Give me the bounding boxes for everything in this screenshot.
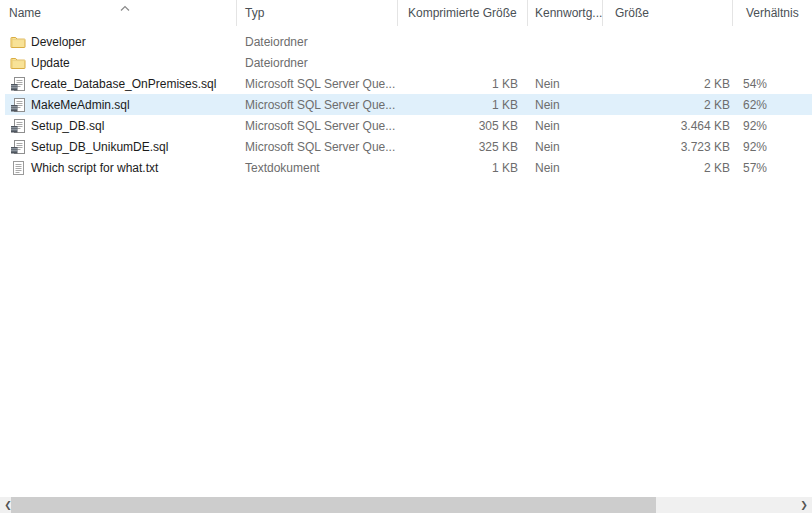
horizontal-scrollbar[interactable]: ❮ ❯ <box>0 497 812 513</box>
scroll-right-arrow-icon[interactable]: ❯ <box>796 497 812 513</box>
column-header-compressed-size-label: Komprimierte Größe <box>408 6 517 20</box>
file-type-cell: Microsoft SQL Server Que... <box>237 94 398 115</box>
column-header-size[interactable]: Größe <box>603 0 733 26</box>
column-header-typ[interactable]: Typ <box>237 0 398 26</box>
size-cell-text: 2 KB <box>704 161 730 175</box>
txt-file-icon <box>10 160 26 176</box>
file-row-Which script for what.txt[interactable]: Which script for what.txtTextdokument1 K… <box>0 157 812 178</box>
password-protected-cell: Nein <box>528 94 603 115</box>
column-header-compressed-size[interactable]: Komprimierte Größe <box>398 0 528 26</box>
file-type-cell-text: Dateiordner <box>245 56 308 70</box>
column-header-name[interactable]: Name <box>0 0 237 26</box>
file-name-label: Setup_DB.sql <box>31 119 104 133</box>
file-type-cell-text: Textdokument <box>245 161 320 175</box>
ratio-cell-text: 62% <box>743 98 767 112</box>
file-row-Update[interactable]: UpdateDateiordner <box>0 52 812 73</box>
size-cell <box>603 31 733 52</box>
file-type-cell: Dateiordner <box>237 31 398 52</box>
file-list: DeveloperDateiordnerUpdateDateiordnerCre… <box>0 31 812 178</box>
compressed-size-cell <box>398 52 528 73</box>
password-protected-cell-text: Nein <box>535 77 560 91</box>
file-type-cell-text: Microsoft SQL Server Que... <box>245 98 395 112</box>
sort-ascending-icon <box>119 1 131 8</box>
password-protected-cell: Nein <box>528 73 603 94</box>
file-row-Setup_DB.sql[interactable]: Setup_DB.sqlMicrosoft SQL Server Que...3… <box>0 115 812 136</box>
compressed-size-cell-text: 1 KB <box>492 77 518 91</box>
horizontal-scrollbar-thumb[interactable] <box>11 497 656 513</box>
password-protected-cell <box>528 31 603 52</box>
ratio-cell: 62% <box>733 94 812 115</box>
size-cell-text: 2 KB <box>704 98 730 112</box>
compressed-size-cell <box>398 31 528 52</box>
ratio-cell: 92% <box>733 115 812 136</box>
file-name-cell: Developer <box>5 31 237 52</box>
file-name-label: MakeMeAdmin.sql <box>31 98 130 112</box>
file-row-Developer[interactable]: DeveloperDateiordner <box>0 31 812 52</box>
ratio-cell-text: 92% <box>743 119 767 133</box>
file-row-MakeMeAdmin.sql[interactable]: MakeMeAdmin.sqlMicrosoft SQL Server Que.… <box>0 94 812 115</box>
compressed-size-cell: 325 KB <box>398 136 528 157</box>
file-type-cell-text: Microsoft SQL Server Que... <box>245 140 395 154</box>
password-protected-cell-text: Nein <box>535 161 560 175</box>
sql-file-icon <box>10 139 26 155</box>
column-header-typ-label: Typ <box>245 6 264 20</box>
size-cell: 3.464 KB <box>603 115 733 136</box>
folder-icon <box>10 55 26 71</box>
password-protected-cell: Nein <box>528 115 603 136</box>
file-name-cell: MakeMeAdmin.sql <box>5 94 237 115</box>
compressed-size-cell-text: 1 KB <box>492 98 518 112</box>
ratio-cell <box>733 31 812 52</box>
file-row-Create_Database_OnPremises.sql[interactable]: Create_Database_OnPremises.sqlMicrosoft … <box>0 73 812 94</box>
password-protected-cell <box>528 52 603 73</box>
file-name-cell: Setup_DB.sql <box>5 115 237 136</box>
file-explorer-list-view: Name Typ Komprimierte Größe Kennwortg...… <box>0 0 812 513</box>
file-type-cell-text: Dateiordner <box>245 35 308 49</box>
password-protected-cell: Nein <box>528 157 603 178</box>
file-name-label: Which script for what.txt <box>31 161 158 175</box>
sql-file-icon <box>10 118 26 134</box>
column-header-ratio-label: Verhältnis <box>746 6 799 20</box>
file-type-cell-text: Microsoft SQL Server Que... <box>245 77 395 91</box>
ratio-cell-text: 57% <box>743 161 767 175</box>
column-header-row: Name Typ Komprimierte Größe Kennwortg...… <box>0 0 812 26</box>
ratio-cell-text: 54% <box>743 77 767 91</box>
column-header-password-protected[interactable]: Kennwortg... <box>528 0 603 26</box>
compressed-size-cell-text: 1 KB <box>492 161 518 175</box>
file-type-cell: Microsoft SQL Server Que... <box>237 73 398 94</box>
size-cell-text: 3.723 KB <box>681 140 730 154</box>
file-type-cell-text: Microsoft SQL Server Que... <box>245 119 395 133</box>
file-name-cell: Which script for what.txt <box>5 157 237 178</box>
file-type-cell: Microsoft SQL Server Que... <box>237 115 398 136</box>
ratio-cell: 54% <box>733 73 812 94</box>
size-cell: 2 KB <box>603 73 733 94</box>
file-name-label: Create_Database_OnPremises.sql <box>31 77 216 91</box>
ratio-cell <box>733 52 812 73</box>
folder-icon <box>10 34 26 50</box>
file-name-label: Update <box>31 56 70 70</box>
size-cell: 2 KB <box>603 157 733 178</box>
compressed-size-cell: 1 KB <box>398 157 528 178</box>
ratio-cell: 92% <box>733 136 812 157</box>
compressed-size-cell: 1 KB <box>398 73 528 94</box>
file-name-label: Developer <box>31 35 86 49</box>
file-name-cell: Setup_DB_UnikumDE.sql <box>5 136 237 157</box>
column-header-password-protected-label: Kennwortg... <box>535 6 602 20</box>
compressed-size-cell-text: 305 KB <box>479 119 518 133</box>
size-cell: 3.723 KB <box>603 136 733 157</box>
compressed-size-cell: 1 KB <box>398 94 528 115</box>
file-type-cell: Microsoft SQL Server Que... <box>237 136 398 157</box>
file-type-cell: Dateiordner <box>237 52 398 73</box>
password-protected-cell: Nein <box>528 136 603 157</box>
compressed-size-cell-text: 325 KB <box>479 140 518 154</box>
file-name-label: Setup_DB_UnikumDE.sql <box>31 140 168 154</box>
file-type-cell: Textdokument <box>237 157 398 178</box>
column-header-ratio[interactable]: Verhältnis <box>733 0 812 26</box>
password-protected-cell-text: Nein <box>535 140 560 154</box>
file-row-Setup_DB_UnikumDE.sql[interactable]: Setup_DB_UnikumDE.sqlMicrosoft SQL Serve… <box>0 136 812 157</box>
column-header-name-label: Name <box>9 6 41 20</box>
ratio-cell-text: 92% <box>743 140 767 154</box>
sql-file-icon <box>10 97 26 113</box>
password-protected-cell-text: Nein <box>535 98 560 112</box>
size-cell: 2 KB <box>603 94 733 115</box>
size-cell-text: 3.464 KB <box>681 119 730 133</box>
